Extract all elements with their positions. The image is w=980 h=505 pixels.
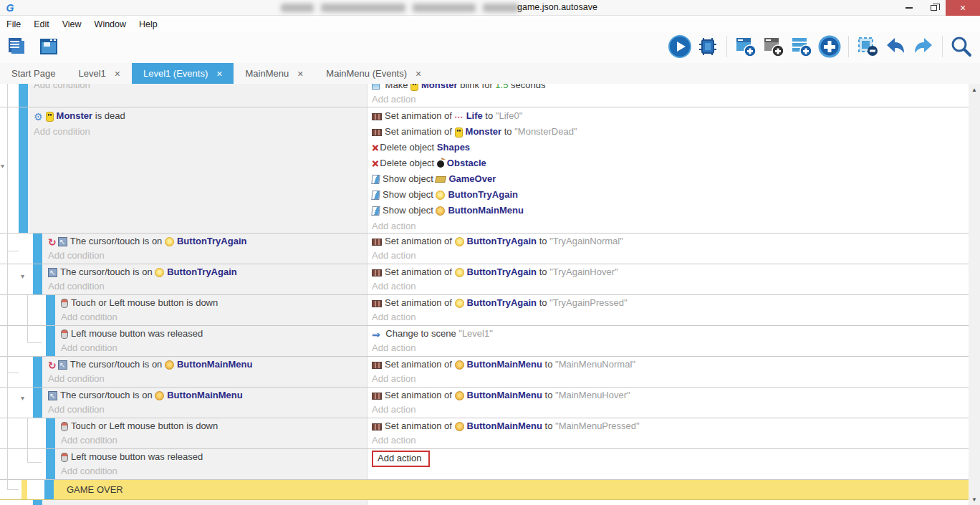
- collapse-icon[interactable]: ▾: [21, 273, 24, 280]
- tab-mainmenu[interactable]: MainMenu×: [234, 63, 314, 84]
- event-line[interactable]: Add condition: [48, 279, 367, 294]
- event-line[interactable]: Add action: [372, 310, 969, 324]
- event-select-bar[interactable]: [46, 418, 55, 448]
- event-line[interactable]: Set animation of ButtonMainMenu to "Main…: [372, 388, 969, 403]
- event-select-bar[interactable]: [33, 234, 42, 264]
- actions-cell[interactable]: Set animation of ButtonMainMenu to "Main…: [367, 388, 969, 418]
- menu-window[interactable]: Window: [88, 18, 133, 31]
- actions-cell[interactable]: Set animation of ButtonTryAgain to "TryA…: [367, 295, 969, 325]
- event-line[interactable]: ↖The cursor/touch is on ButtonMainMenu: [48, 388, 367, 403]
- event-line[interactable]: ↖The cursor/touch is on ButtonTryAgain: [48, 265, 367, 279]
- actions-cell[interactable]: Add action: [367, 449, 969, 479]
- vertical-scrollbar[interactable]: ▲ ▼: [969, 84, 980, 505]
- tab-mainmenu-events-[interactable]: MainMenu (Events)×: [314, 63, 433, 84]
- actions-cell[interactable]: Set animation of ButtonMainMenu to "Main…: [367, 357, 969, 387]
- event-line[interactable]: Left mouse button was released: [61, 327, 367, 341]
- event-line[interactable]: Add condition: [61, 341, 367, 355]
- scroll-down-icon[interactable]: ▼: [969, 494, 980, 505]
- search-icon[interactable]: [950, 35, 973, 58]
- actions-cell[interactable]: Set animation of ButtonTryAgain to "TryA…: [367, 234, 969, 264]
- conditions-cell[interactable]: ↻↖The cursor/touch is on ButtonTryAgainA…: [42, 234, 367, 264]
- event-select-bar[interactable]: [33, 264, 42, 294]
- minimize-button[interactable]: [897, 0, 921, 16]
- redo-icon[interactable]: [912, 35, 935, 58]
- event-line[interactable]: ⚙Monster is dead: [34, 108, 367, 124]
- event-line[interactable]: ↻↖The cursor/touch is on ButtonTryAgain: [48, 234, 367, 249]
- event-select-bar[interactable]: [19, 107, 28, 233]
- project-manager-icon[interactable]: [6, 35, 29, 58]
- event-line[interactable]: Set animation of ButtonTryAgain to "TryA…: [372, 265, 969, 279]
- delete-event-icon[interactable]: [856, 35, 879, 58]
- event-line[interactable]: Add action: [372, 433, 969, 448]
- event-line[interactable]: Make Monster blink for 1.5 seconds: [372, 84, 969, 92]
- comment-text[interactable]: GAME OVER: [54, 480, 969, 499]
- event-line[interactable]: Add condition: [61, 310, 367, 324]
- event-select-bar[interactable]: [19, 84, 28, 107]
- event-line[interactable]: Set animation of ButtonMainMenu to "Main…: [372, 357, 969, 372]
- event-line[interactable]: Add action: [372, 249, 969, 263]
- menu-help[interactable]: Help: [133, 18, 164, 31]
- conditions-cell[interactable]: [42, 500, 367, 505]
- event-line[interactable]: Set animation of ●●●Life to "Life0": [372, 108, 969, 124]
- event-line[interactable]: Set animation of ButtonTryAgain to "TryA…: [372, 234, 969, 249]
- event-line[interactable]: Add action: [372, 341, 969, 355]
- conditions-cell[interactable]: Touch or Left mouse button is downAdd co…: [55, 295, 367, 325]
- event-line[interactable]: Add condition: [48, 403, 367, 417]
- debug-icon[interactable]: [696, 35, 719, 58]
- event-line[interactable]: Add action: [372, 372, 969, 386]
- conditions-cell[interactable]: ↖The cursor/touch is on ButtonTryAgainAd…: [42, 264, 367, 294]
- event-line[interactable]: Add condition: [48, 372, 367, 386]
- event-line[interactable]: Set animation of ButtonMainMenu to "Main…: [372, 419, 969, 433]
- collapse-icon[interactable]: ▾: [21, 395, 24, 402]
- add-event-icon[interactable]: [734, 35, 757, 58]
- add-comment-icon[interactable]: [762, 35, 785, 58]
- menu-edit[interactable]: Edit: [27, 18, 56, 31]
- actions-cell[interactable]: ⇒ Change to scene "Level1"Add action: [367, 326, 969, 356]
- event-select-bar[interactable]: [33, 500, 42, 505]
- event-select-bar[interactable]: [46, 326, 55, 356]
- menu-file[interactable]: File: [0, 18, 27, 31]
- event-line[interactable]: Add condition: [61, 464, 367, 478]
- event-line[interactable]: Add action: [372, 92, 969, 107]
- tab-start-page[interactable]: Start Page: [0, 63, 67, 84]
- event-line[interactable]: Add condition: [61, 433, 367, 448]
- restore-button[interactable]: [921, 0, 946, 16]
- tab-close-icon[interactable]: ×: [115, 68, 120, 80]
- collapse-icon[interactable]: ▾: [1, 163, 4, 170]
- tab-close-icon[interactable]: ×: [297, 68, 303, 80]
- event-line[interactable]: Show object ButtonMainMenu: [372, 203, 969, 218]
- preview-play-icon[interactable]: [668, 35, 691, 58]
- add-subevent-icon[interactable]: [790, 35, 813, 58]
- event-line[interactable]: Show object GameOver: [372, 171, 969, 187]
- event-line[interactable]: ⇒ Change to scene "Level1": [372, 327, 969, 341]
- event-line[interactable]: Left mouse button was released: [61, 450, 367, 464]
- event-line[interactable]: ×Delete object Obstacle: [372, 155, 969, 171]
- conditions-cell[interactable]: ↻↖The cursor/touch is on ButtonMainMenuA…: [42, 357, 367, 387]
- conditions-cell[interactable]: ⚙Monster is deadAdd condition: [28, 107, 367, 233]
- conditions-cell[interactable]: Add condition: [28, 84, 367, 107]
- tab-level1[interactable]: Level1×: [67, 63, 132, 84]
- actions-cell[interactable]: Set animation of ButtonMainMenu to "Main…: [367, 418, 969, 448]
- tab-close-icon[interactable]: ×: [216, 68, 222, 80]
- conditions-cell[interactable]: Touch or Left mouse button is downAdd co…: [55, 418, 367, 448]
- event-line[interactable]: Touch or Left mouse button is down: [61, 296, 367, 310]
- conditions-cell[interactable]: Left mouse button was releasedAdd condit…: [55, 449, 367, 479]
- event-select-bar[interactable]: [46, 295, 55, 325]
- event-line[interactable]: Add condition: [34, 84, 367, 92]
- event-select-bar[interactable]: [46, 449, 55, 479]
- event-line[interactable]: Show object ButtonTryAgain: [372, 187, 969, 203]
- tab-level1-events-[interactable]: Level1 (Events)×: [132, 63, 234, 84]
- event-line[interactable]: Add condition: [34, 124, 367, 140]
- close-button[interactable]: ×: [946, 0, 980, 16]
- event-select-bar[interactable]: [33, 388, 42, 418]
- undo-icon[interactable]: [884, 35, 907, 58]
- actions-cell[interactable]: Make Monster blink for 1.5 secondsAdd ac…: [367, 84, 969, 107]
- event-line[interactable]: Add action: [372, 218, 969, 233]
- event-line[interactable]: Add action: [372, 279, 969, 294]
- event-select-bar[interactable]: [33, 357, 42, 387]
- tab-close-icon[interactable]: ×: [415, 68, 421, 80]
- event-line[interactable]: Add action: [372, 403, 969, 417]
- add-other-event-icon[interactable]: [818, 35, 841, 58]
- event-line[interactable]: Touch or Left mouse button is down: [61, 419, 367, 433]
- menu-view[interactable]: View: [56, 18, 88, 31]
